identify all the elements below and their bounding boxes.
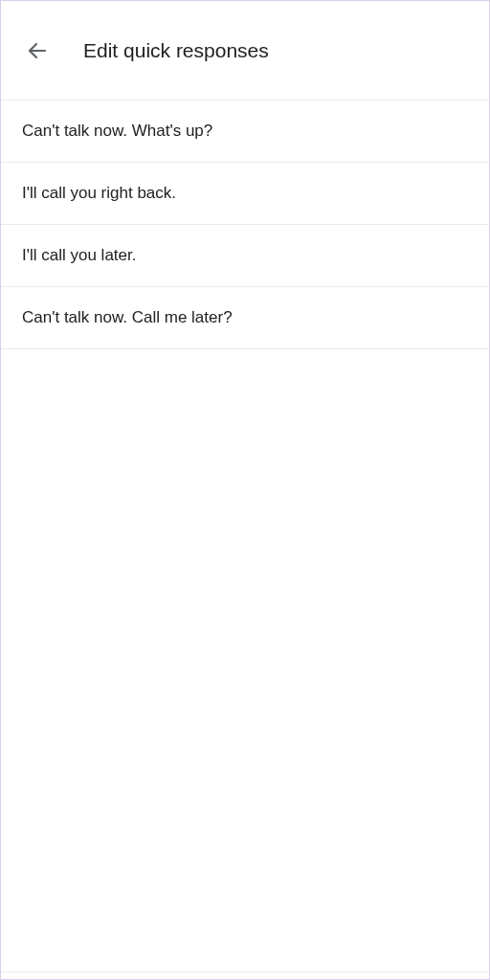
bottom-divider — [1, 971, 489, 978]
page-title: Edit quick responses — [83, 39, 269, 62]
responses-list: Can't talk now. What's up? I'll call you… — [1, 100, 489, 349]
back-arrow-icon[interactable] — [26, 39, 49, 62]
header: Edit quick responses — [1, 1, 489, 100]
response-item[interactable]: Can't talk now. What's up? — [1, 100, 489, 163]
response-item[interactable]: Can't talk now. Call me later? — [1, 287, 489, 349]
response-item[interactable]: I'll call you later. — [1, 225, 489, 287]
response-item[interactable]: I'll call you right back. — [1, 163, 489, 225]
